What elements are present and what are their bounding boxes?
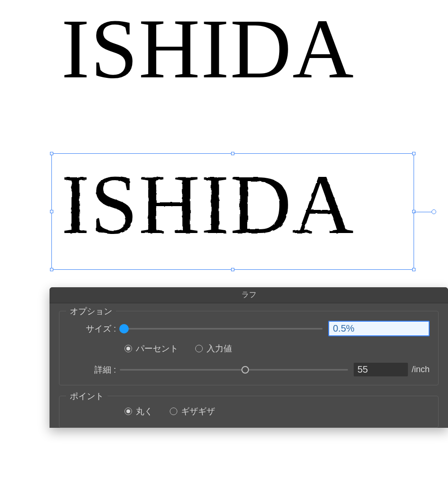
resize-handle-tr[interactable] bbox=[412, 152, 415, 155]
size-input[interactable] bbox=[328, 321, 430, 336]
rotate-handle[interactable] bbox=[431, 209, 436, 214]
unit-percent-radio[interactable]: パーセント bbox=[124, 343, 178, 354]
resize-handle-bl[interactable] bbox=[50, 268, 53, 271]
detail-unit: /inch bbox=[412, 365, 430, 375]
options-fieldset: オプション サイズ : パーセント 入力値 詳細 : bbox=[59, 311, 439, 385]
detail-slider-thumb[interactable] bbox=[241, 366, 249, 374]
radio-off-icon bbox=[170, 408, 177, 415]
resize-handle-tm[interactable] bbox=[231, 152, 234, 155]
size-slider-track bbox=[120, 328, 323, 329]
points-fieldset: ポイント 丸く ギザギザ bbox=[59, 396, 439, 428]
roughen-dialog: ラフ オプション サイズ : パーセント 入力値 詳細 : bbox=[50, 287, 448, 428]
size-slider[interactable] bbox=[120, 324, 323, 334]
canvas-text-original: ISHIDA bbox=[61, 0, 355, 98]
detail-input[interactable] bbox=[354, 363, 408, 376]
resize-handle-ml[interactable] bbox=[50, 210, 53, 213]
points-legend: ポイント bbox=[66, 391, 108, 402]
points-corner-label: ギザギザ bbox=[181, 406, 215, 417]
unit-percent-label: パーセント bbox=[136, 343, 178, 354]
options-legend: オプション bbox=[66, 306, 116, 317]
unit-absolute-radio[interactable]: 入力値 bbox=[195, 343, 232, 354]
resize-handle-br[interactable] bbox=[412, 268, 415, 271]
radio-on-icon bbox=[124, 345, 132, 352]
radio-off-icon bbox=[195, 345, 203, 352]
size-slider-thumb[interactable] bbox=[119, 324, 129, 333]
canvas-text-roughened[interactable]: ISHIDA bbox=[61, 156, 355, 253]
detail-slider[interactable] bbox=[120, 365, 348, 375]
points-smooth-label: 丸く bbox=[136, 406, 153, 417]
dialog-title: ラフ bbox=[50, 287, 448, 303]
detail-label: 詳細 : bbox=[68, 364, 120, 375]
points-corner-radio[interactable]: ギザギザ bbox=[170, 406, 215, 417]
radio-on-icon bbox=[124, 408, 132, 415]
resize-handle-bm[interactable] bbox=[231, 268, 234, 271]
points-smooth-radio[interactable]: 丸く bbox=[124, 406, 153, 417]
size-label: サイズ : bbox=[68, 323, 120, 334]
rotate-handle-line bbox=[414, 212, 431, 212]
detail-slider-track bbox=[120, 369, 348, 370]
resize-handle-tl[interactable] bbox=[50, 152, 53, 155]
unit-absolute-label: 入力値 bbox=[207, 343, 232, 354]
